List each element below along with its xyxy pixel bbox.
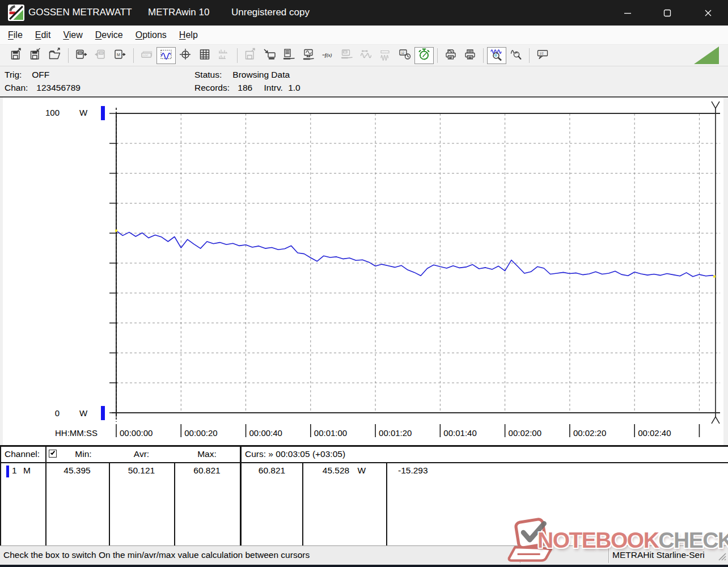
menu-file[interactable]: File (2, 28, 29, 43)
table-header-divider (1, 462, 728, 463)
header-channel: Channel: (5, 449, 40, 459)
row-cursor-a-value: 60.821 (242, 466, 302, 476)
table-view-button[interactable] (195, 47, 214, 64)
device-config-button (337, 47, 357, 64)
maximize-button[interactable] (651, 0, 684, 26)
x-tick-label: 00:00:20 (184, 428, 217, 438)
cursor-b-number: 45.528 (323, 466, 349, 475)
scope-crosshair-icon (179, 48, 192, 63)
timer-button[interactable] (414, 47, 434, 64)
x-tick-label: 00:02:20 (573, 428, 606, 438)
menu-help[interactable]: Help (173, 28, 204, 43)
cursor-intersection-marker (713, 276, 716, 278)
zoom-wave-icon (490, 48, 503, 63)
y-axis-max-label: 100 (31, 108, 60, 117)
svg-text:=f(x): =f(x) (322, 52, 332, 58)
export-floppy-icon (244, 48, 257, 63)
print-preview-button[interactable] (441, 47, 460, 64)
channel-settings-icon (282, 48, 296, 63)
x-tick-label: 00:00:40 (249, 428, 282, 438)
stats-table: Channel: Min: Avr: Max: Curs: » 00:03:05… (0, 445, 728, 545)
status-value: Browsing Data (232, 70, 290, 79)
chart-plot-area[interactable] (0, 98, 728, 445)
zoom-curve-icon (509, 48, 523, 63)
annotation-button[interactable]: 1/2 (533, 47, 552, 64)
statusbar-hint: Check the box to switch On the min/avr/m… (3, 550, 310, 560)
channel-1-marker (6, 466, 9, 477)
menu-device[interactable]: Device (89, 28, 129, 43)
x-tick-label: 00:01:20 (379, 428, 412, 438)
function-fx-icon: =f(x) (321, 48, 335, 63)
table-grid-icon (198, 48, 211, 63)
save-as-button[interactable] (26, 47, 45, 64)
svg-text:1257: 1257 (143, 54, 149, 57)
open-file-button[interactable] (45, 47, 65, 64)
menu-options[interactable]: Options (129, 28, 173, 43)
read-memory-button[interactable]: M (111, 47, 130, 64)
read-device-button[interactable]: 321 (72, 47, 91, 64)
open-file-icon (48, 48, 62, 63)
titlebar: GOSSEN METRAWATT METRAwin 10 Unregistere… (0, 0, 728, 26)
check-icon (50, 450, 55, 455)
statusbar-device: METRAHit Starline-Seri (612, 550, 705, 560)
records-value: 186 (238, 83, 252, 92)
svg-text:1/2: 1/2 (540, 52, 544, 55)
device-config-icon (340, 48, 354, 63)
chart-curve-icon (159, 48, 173, 63)
toolbar-separator (133, 48, 134, 63)
minimize-button[interactable] (611, 0, 644, 26)
x-tick-label: 00:02:40 (638, 428, 671, 438)
app-logo-icon (8, 5, 24, 21)
menu-view[interactable]: View (57, 28, 88, 43)
print-button[interactable] (460, 47, 480, 64)
statusbar-divider (520, 548, 520, 563)
chart-view-button[interactable] (156, 47, 176, 64)
x-tick-label: 00:02:00 (509, 428, 541, 438)
statusbar: Check the box to switch On the min/avr/m… (0, 545, 728, 565)
chan-value: 123456789 (36, 83, 81, 92)
display-settings-button[interactable] (299, 47, 318, 64)
table-divider (386, 463, 387, 545)
histogram-view-button (214, 47, 234, 64)
annotation-bubble-icon: 1/2 (536, 48, 549, 63)
chart-panel: 100 W 0 W HH:MM:SS 00:00:0000:00:2000:00… (0, 98, 728, 445)
import-data-button[interactable] (260, 47, 280, 64)
window-bottom-edge (0, 565, 728, 567)
trig-value: OFF (32, 70, 49, 79)
zoom-reset-button[interactable] (506, 47, 526, 64)
x-tick-label: 00:01:00 (314, 428, 347, 438)
zoom-window-button[interactable] (487, 47, 506, 64)
import-device-icon (263, 48, 277, 63)
channel-settings-button[interactable] (280, 47, 299, 64)
save-file-button[interactable] (7, 47, 26, 64)
read-device-icon: 321 (75, 48, 88, 63)
window-title-status: Unregistered copy (231, 7, 310, 18)
menu-edit[interactable]: Edit (29, 28, 57, 43)
interval-label: Intrv. (264, 83, 283, 93)
cursor-b-unit: W (358, 466, 366, 475)
function-button[interactable]: =f(x) (318, 47, 337, 64)
toolbar: 321321M1257=f(x)121/2 (0, 45, 728, 66)
cursor-2-line[interactable] (712, 101, 719, 424)
y-axis-unit-top: W (79, 108, 87, 117)
row-avr-value: 50.121 (109, 466, 174, 476)
resize-grip[interactable] (717, 551, 727, 564)
y-axis-unit-bottom: W (79, 408, 87, 418)
minmax-checkbox[interactable] (49, 450, 57, 458)
power-curve (116, 231, 716, 277)
device-status-strip: Trig: OFF Chan: 123456789 Status: Browsi… (0, 66, 728, 98)
x-axis-format-label: HH:MM:SS (55, 428, 98, 438)
scope-view-button[interactable] (176, 47, 195, 64)
printer-icon (463, 48, 477, 63)
row-max-value: 60.821 (174, 466, 240, 476)
time-base-button[interactable]: 12 (395, 47, 414, 64)
toolbar-corner-grip (694, 46, 719, 64)
row-cursor-b-value: 45.528 W (302, 466, 386, 476)
close-button[interactable] (692, 0, 725, 26)
toolbar-separator (483, 48, 484, 63)
chan-label: Chan: (5, 83, 34, 93)
header-min: Min: (58, 449, 109, 459)
envelope-button (376, 47, 395, 64)
x-tick-label: 00:01:40 (443, 428, 476, 438)
send-device-button: 321 (91, 47, 111, 64)
